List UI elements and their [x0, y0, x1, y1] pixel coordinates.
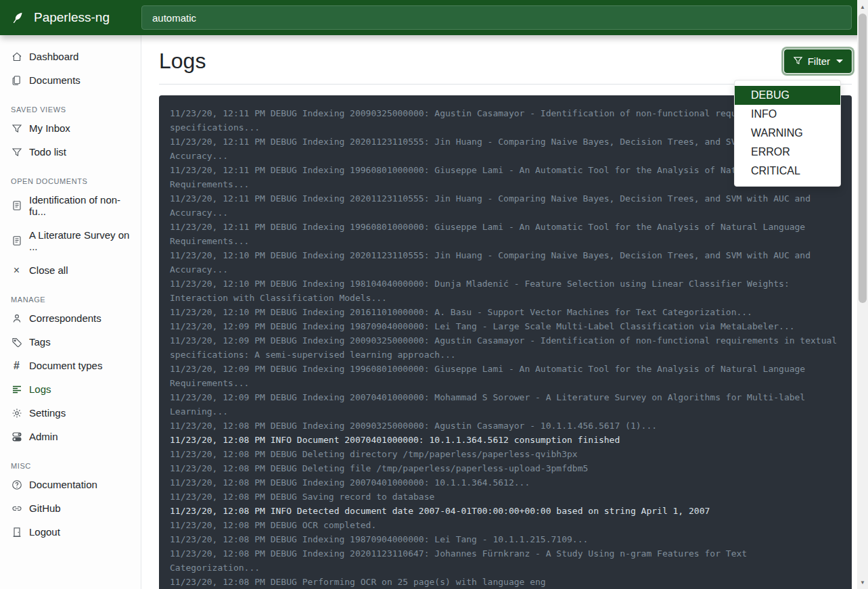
file-text-icon: [11, 200, 22, 212]
search-input[interactable]: [141, 5, 852, 30]
sidebar-item-label: My Inbox: [29, 122, 70, 134]
sidebar-item-label: Todo list: [29, 146, 66, 158]
log-line-info: 11/23/20, 12:08 PM INFO Detected documen…: [170, 504, 841, 518]
sidebar-item-label: GitHub: [29, 502, 61, 514]
chevron-down-icon: [836, 60, 843, 63]
sidebar-item-todo-list[interactable]: Todo list: [0, 140, 141, 164]
page-title: Logs: [159, 49, 206, 74]
log-line: 11/23/20, 12:09 PM DEBUG Indexing 200704…: [170, 390, 841, 419]
sidebar-item-label: Documents: [29, 74, 81, 86]
log-line: 11/23/20, 12:10 PM DEBUG Indexing 201611…: [170, 305, 841, 319]
filter-option-error[interactable]: ERROR: [735, 143, 840, 162]
log-line: 11/23/20, 12:08 PM DEBUG Indexing 198709…: [170, 532, 841, 546]
sidebar-item-label: Document types: [29, 360, 102, 371]
log-line: 11/23/20, 12:08 PM DEBUG OCR completed.: [170, 518, 841, 532]
log-line: 11/23/20, 12:08 PM DEBUG Saving record t…: [170, 490, 841, 504]
filter-button[interactable]: Filter: [784, 49, 852, 73]
sidebar-item-label: Admin: [29, 431, 58, 442]
sidebar-item-documents[interactable]: Documents: [0, 68, 141, 92]
sidebar-item-label: Logs: [29, 383, 51, 395]
sidebar-item-correspondents[interactable]: Correspondents: [0, 306, 141, 330]
log-line: 11/23/20, 12:10 PM DEBUG Indexing 202011…: [170, 248, 841, 277]
sidebar-item-label: Settings: [29, 407, 66, 419]
question-circle-icon: [11, 479, 22, 490]
house-icon: [11, 51, 22, 62]
sidebar-item-label: Identification of non-fu...: [29, 194, 130, 217]
log-line: 11/23/20, 12:10 PM DEBUG Indexing 198104…: [170, 277, 841, 305]
sidebar-item-open-doc-2[interactable]: A Literature Survey on ...: [0, 223, 141, 258]
log-line: 11/23/20, 12:09 PM DEBUG Indexing 198709…: [170, 319, 841, 333]
filter-option-critical[interactable]: CRITICAL: [735, 162, 840, 181]
log-line: 11/23/20, 12:08 PM DEBUG Performing OCR …: [170, 575, 841, 589]
scrollbar-down-icon[interactable]: ▼: [857, 577, 868, 588]
log-line: 11/23/20, 12:08 PM DEBUG Deleting direct…: [170, 447, 841, 461]
sidebar-item-documentation[interactable]: Documentation: [0, 473, 141, 496]
sidebar-item-admin[interactable]: Admin: [0, 425, 141, 448]
page-header: Logs Filter: [159, 35, 852, 85]
brand-name: Paperless-ng: [34, 10, 110, 25]
filter-dropdown-menu: DEBUG INFO WARNING ERROR CRITICAL: [734, 80, 841, 187]
brand[interactable]: Paperless-ng: [0, 10, 141, 25]
sidebar-heading-open-documents: OPEN DOCUMENTS: [11, 177, 130, 185]
sidebar-item-label: Documentation: [29, 479, 97, 490]
scrollbar-up-icon[interactable]: ▲: [857, 1, 868, 12]
log-line: 11/23/20, 12:09 PM DEBUG Indexing 199608…: [170, 362, 841, 390]
toggles-icon: [11, 431, 22, 442]
filter-button-label: Filter: [808, 55, 830, 67]
leaf-icon: [11, 10, 26, 25]
log-line: 11/23/20, 12:11 PM DEBUG Indexing 202011…: [170, 191, 841, 220]
log-line: 11/23/20, 12:09 PM DEBUG Indexing 200903…: [170, 333, 841, 362]
filter-option-info[interactable]: INFO: [735, 105, 840, 124]
log-line: 11/23/20, 12:08 PM DEBUG Deleting file /…: [170, 461, 841, 475]
sidebar-item-github[interactable]: GitHub: [0, 496, 141, 520]
funnel-icon: [11, 146, 22, 158]
gear-icon: [11, 407, 22, 419]
browser-scrollbar[interactable]: ▲ ▼: [857, 0, 868, 589]
sidebar-item-logout[interactable]: Logout: [0, 520, 141, 544]
sidebar-item-open-doc-1[interactable]: Identification of non-fu...: [0, 188, 141, 223]
sidebar-item-label: Correspondents: [29, 312, 101, 324]
text-left-icon: [11, 383, 22, 395]
sidebar: Dashboard Documents SAVED VIEWS My Inbox…: [0, 35, 141, 589]
close-icon: ×: [11, 264, 22, 276]
sidebar-heading-misc: MISC: [11, 462, 130, 470]
door-icon: [11, 526, 22, 538]
sidebar-item-label: Tags: [29, 336, 51, 348]
sidebar-item-dashboard[interactable]: Dashboard: [0, 45, 141, 68]
scrollbar-thumb[interactable]: [859, 14, 867, 303]
sidebar-item-document-types[interactable]: # Document types: [0, 354, 141, 377]
filter-option-debug[interactable]: DEBUG: [735, 86, 840, 105]
log-line-info: 11/23/20, 12:08 PM INFO Document 2007040…: [170, 433, 841, 447]
top-navbar: Paperless-ng: [0, 0, 868, 35]
sidebar-item-tags[interactable]: Tags: [0, 330, 141, 354]
log-line: 11/23/20, 12:08 PM DEBUG Indexing 200704…: [170, 475, 841, 490]
sidebar-item-label: Close all: [29, 264, 68, 276]
sidebar-item-my-inbox[interactable]: My Inbox: [0, 116, 141, 140]
sidebar-heading-saved-views: SAVED VIEWS: [11, 105, 130, 114]
sidebar-item-logs[interactable]: Logs: [0, 377, 141, 401]
filter-option-warning[interactable]: WARNING: [735, 124, 840, 143]
link-icon: [11, 502, 22, 514]
log-line: 11/23/20, 12:08 PM DEBUG Indexing 202011…: [170, 546, 841, 575]
file-text-icon: [11, 235, 22, 247]
funnel-icon: [11, 122, 22, 134]
files-icon: [11, 74, 22, 86]
sidebar-item-label: Logout: [29, 526, 60, 538]
log-line: 11/23/20, 12:11 PM DEBUG Indexing 199608…: [170, 220, 841, 248]
log-line: 11/23/20, 12:08 PM DEBUG Indexing 200903…: [170, 419, 841, 433]
sidebar-item-label: A Literature Survey on ...: [29, 229, 130, 252]
hash-icon: #: [11, 360, 22, 371]
sidebar-item-settings[interactable]: Settings: [0, 401, 141, 425]
sidebar-item-close-all[interactable]: × Close all: [0, 258, 141, 282]
sidebar-item-label: Dashboard: [29, 51, 78, 62]
funnel-icon: [793, 55, 803, 68]
sidebar-heading-manage: MANAGE: [11, 296, 130, 304]
tag-icon: [11, 336, 22, 348]
person-icon: [11, 312, 22, 324]
